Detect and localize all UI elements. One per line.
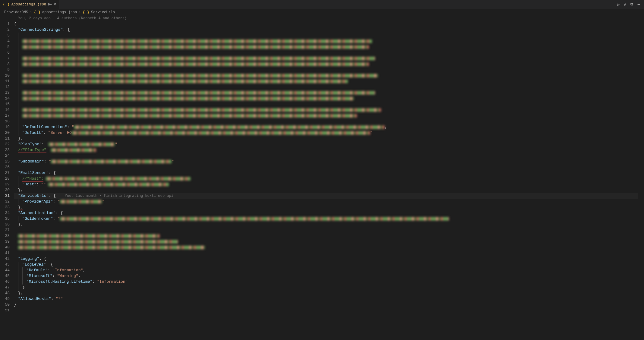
redacted-content <box>22 62 369 66</box>
chevron-right-icon: › <box>30 10 32 14</box>
redacted-content <box>48 183 169 186</box>
code-line[interactable]: "ConnectionStrings": { <box>14 27 638 33</box>
code-line[interactable] <box>14 50 638 55</box>
symbol-object-icon: { } <box>83 10 89 14</box>
code-line[interactable]: }, <box>14 204 638 210</box>
code-line[interactable] <box>14 118 638 124</box>
code-line[interactable] <box>14 239 638 244</box>
code-line[interactable] <box>14 33 638 38</box>
code-line[interactable]: }, <box>14 136 638 141</box>
code-line[interactable]: "Microsoft.Hosting.Lifetime": "Informati… <box>14 279 638 285</box>
code-line[interactable] <box>14 55 638 61</box>
more-actions-icon[interactable]: ⋯ <box>637 2 640 7</box>
code-line[interactable] <box>14 44 638 50</box>
code-line[interactable]: }, <box>14 222 638 227</box>
code-line[interactable]: } <box>14 302 638 307</box>
code-line[interactable]: "Host": "" <box>14 181 638 187</box>
redacted-content <box>22 97 354 100</box>
code-line[interactable] <box>14 90 638 96</box>
code-line[interactable] <box>14 107 638 113</box>
code-line[interactable] <box>14 307 638 313</box>
redacted-content <box>22 91 375 95</box>
code-line[interactable]: "PlanType": "" <box>14 141 638 147</box>
code-line[interactable]: "GoldenToken": " <box>14 216 638 222</box>
close-icon[interactable]: × <box>54 2 56 7</box>
code-line[interactable]: "Microsoft": "Warning", <box>14 273 638 279</box>
line-number-gutter: 1234567891011121314151617181920212223242… <box>0 21 14 313</box>
code-line[interactable] <box>14 164 638 170</box>
code-line[interactable]: "Default": "Server=HO" <box>14 130 638 136</box>
code-line[interactable] <box>14 250 638 256</box>
crumb-file[interactable]: appsettings.json <box>42 10 77 14</box>
code-line[interactable]: //"PlanType" <box>14 147 638 153</box>
code-line[interactable] <box>14 96 638 101</box>
redacted-content <box>74 125 385 129</box>
code-line[interactable]: "LogLevel": { <box>14 262 638 267</box>
code-line[interactable] <box>14 38 638 44</box>
code-line[interactable]: //"Host": <box>14 176 638 181</box>
split-editor-icon[interactable]: ⧉ <box>630 2 633 7</box>
redacted-content <box>22 39 372 43</box>
code-line[interactable] <box>14 113 638 118</box>
tab-appsettings[interactable]: { } appsettings.json 9+ × <box>0 0 59 9</box>
redacted-content <box>18 240 178 244</box>
redacted-content <box>18 234 160 238</box>
code-line[interactable] <box>14 61 638 67</box>
redacted-content <box>60 200 102 203</box>
code-line[interactable]: "Default": "Information", <box>14 267 638 273</box>
code-line[interactable]: }, <box>14 187 638 193</box>
code-line[interactable] <box>14 101 638 107</box>
code-line[interactable]: } <box>14 285 638 290</box>
redacted-content <box>18 246 205 249</box>
code-line[interactable] <box>14 233 638 239</box>
crumb-symbol[interactable]: ServiceUrls <box>91 10 115 14</box>
code-line[interactable]: "Authentication": { <box>14 210 638 216</box>
code-line[interactable]: }, <box>14 290 638 296</box>
editor-actions: ▷ ⇄ ⧉ ⋯ <box>617 2 644 7</box>
file-json-icon: { } <box>34 10 40 14</box>
redacted-content <box>22 80 348 83</box>
chevron-right-icon: › <box>79 10 81 14</box>
code-line[interactable]: "ProviderApi": "" <box>14 199 638 204</box>
crumb-project[interactable]: ProviderDMS <box>4 10 28 14</box>
redacted-content <box>22 74 378 77</box>
code-line[interactable]: "Logging": { <box>14 256 638 262</box>
code-line[interactable]: "ServiceUrls": {You, last month • Finish… <box>14 193 638 199</box>
code-content[interactable]: {"ConnectionStrings": {"DefaultConnectio… <box>14 21 644 313</box>
code-line[interactable]: { <box>14 21 638 27</box>
gitlens-inline-blame: You, last month • Finish integrating kdx… <box>65 194 173 198</box>
code-line[interactable]: "DefaultConnection": ", <box>14 124 638 130</box>
redacted-content <box>22 45 369 49</box>
diff-icon[interactable]: ⇄ <box>624 2 626 7</box>
code-line[interactable] <box>14 84 638 90</box>
redacted-content <box>49 143 115 146</box>
redacted-content <box>46 177 191 181</box>
file-json-icon: { } <box>3 2 10 7</box>
run-icon[interactable]: ▷ <box>617 2 620 7</box>
code-line[interactable] <box>14 153 638 159</box>
redacted-content <box>51 148 96 152</box>
code-line[interactable]: "EmailSender": { <box>14 170 638 176</box>
code-line[interactable]: "AllowedHosts": "*" <box>14 296 638 302</box>
code-line[interactable] <box>14 227 638 233</box>
code-line[interactable] <box>14 244 638 250</box>
redacted-content <box>22 108 381 112</box>
tab-bar: { } appsettings.json 9+ × ▷ ⇄ ⧉ ⋯ <box>0 0 644 9</box>
code-editor[interactable]: 1234567891011121314151617181920212223242… <box>0 21 644 313</box>
redacted-content <box>22 57 375 60</box>
redacted-content <box>72 131 370 135</box>
gitlens-blame-annotation: You, 2 days ago | 4 authors (Kenneth A a… <box>0 16 644 21</box>
code-line[interactable] <box>14 67 638 73</box>
redacted-content <box>51 160 172 163</box>
code-line[interactable] <box>14 73 638 78</box>
code-line[interactable] <box>14 78 638 84</box>
tab-filename: appsettings.json <box>11 2 46 7</box>
redacted-content <box>22 114 357 118</box>
redacted-content <box>60 217 449 221</box>
code-line[interactable]: "Subdomain": "" <box>14 159 638 164</box>
tab-problem-badge: 9+ <box>48 3 52 6</box>
breadcrumb[interactable]: ProviderDMS › { } appsettings.json › { }… <box>0 9 644 16</box>
